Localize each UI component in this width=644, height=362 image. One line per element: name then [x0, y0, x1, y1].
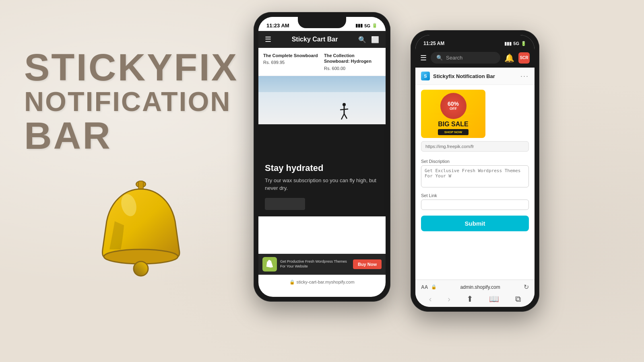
link-label: Set Link [421, 193, 529, 198]
phone1-content: Stay hydrated Try our wax subscription s… [258, 156, 386, 216]
battery-icon: 🔋 [372, 23, 378, 28]
sale-percent: 60% [448, 101, 459, 107]
image-url-input[interactable]: https://img.freepik.com/fr [421, 141, 529, 152]
phone1-time: 11:23 AM [266, 23, 289, 29]
title-line3: BAR [24, 117, 258, 155]
phone2-search-icon: 🔍 [436, 55, 443, 61]
phone2-signal-type: 5G [513, 41, 519, 46]
title-line2: NOTIFICATION [24, 86, 258, 117]
shopify-icon [262, 257, 277, 272]
link-input[interactable] [421, 200, 529, 210]
svg-line-9 [344, 114, 347, 119]
notification-bell-icon[interactable]: 🔔 [504, 53, 514, 63]
navbar-icons: 🔍 ⬜ [358, 36, 379, 43]
sale-circle: 60% OFF [440, 93, 466, 119]
buy-now-button[interactable]: Buy Now [353, 259, 382, 269]
bell-icon [89, 169, 201, 290]
sale-badge: 60% OFF BIG SALE SHOP NOW [438, 93, 469, 135]
notif-text: Get Productive Fresh Wordpress Themes Fo… [280, 259, 350, 269]
browser-lock-icon: 🔒 [431, 284, 437, 290]
content-text: Try our wax subscription so you can fly … [265, 177, 379, 192]
browser-nav-row: ‹ › ⬆ 📖 ⧉ [421, 294, 529, 304]
big-sale-text: BIG SALE [438, 121, 469, 128]
search-placeholder-text: Search [446, 55, 462, 61]
browser-aa-button[interactable]: AA [421, 284, 428, 290]
hamburger-icon[interactable]: ☰ [265, 35, 271, 44]
product-price-2: Rs. 600.00 [324, 66, 381, 71]
slope-background [258, 92, 386, 124]
submit-button[interactable]: Submit [421, 216, 529, 231]
phone2-time: 11:25 AM [423, 41, 444, 46]
sale-off-text: OFF [450, 107, 457, 111]
plugin-header: S Stickyfix Notification Bar ··· [415, 68, 535, 85]
phone2-battery-icon: 🔋 [521, 41, 526, 46]
phone1-products: The Complete Snowboard Rs. 699.95 The Co… [258, 48, 386, 76]
phone2-hamburger-icon[interactable]: ☰ [420, 53, 427, 62]
phone1-notch [298, 17, 346, 28]
signal-type: 5G [364, 23, 370, 28]
phone1-screen: 11:23 AM ▮▮▮ 5G 🔋 ☰ Sticky Cart Bar 🔍 ⬜ … [258, 17, 386, 297]
product-name-1: The Complete Snowboard [263, 53, 320, 58]
shop-now-button[interactable]: SHOP NOW [438, 129, 469, 135]
sale-image: 60% OFF BIG SALE SHOP NOW [421, 90, 485, 138]
lock-icon: 🔒 [289, 280, 295, 284]
product-item-2[interactable]: The Collection Snowboard: Hydrogen Rs. 6… [324, 53, 381, 71]
product-name-2: The Collection Snowboard: Hydrogen [324, 53, 381, 64]
left-section: STICKYFIX NOTIFICATION BAR [24, 48, 258, 155]
phone1-signal: ▮▮▮ 5G 🔋 [355, 23, 378, 28]
phone2-signal: ▮▮▮ 5G 🔋 [504, 41, 526, 46]
browser-tabs-icon[interactable]: ⧉ [515, 294, 521, 304]
plugin-name-text: Stickyfix Notification Bar [433, 73, 495, 79]
navbar-title: Sticky Cart Bar [292, 36, 338, 43]
title-line1: STICKYFIX [24, 48, 258, 86]
signal-bars-icon: ▮▮▮ [355, 23, 363, 28]
plugin-options-icon[interactable]: ··· [520, 72, 529, 80]
phone1-hero-image [258, 76, 386, 156]
browser-forward-button[interactable]: › [448, 294, 450, 304]
phone1-url-bar: 🔒 sticky-cart-bar.myshopify.com [258, 280, 386, 285]
svg-point-3 [134, 261, 148, 276]
product-price-1: Rs. 699.95 [263, 60, 320, 65]
browser-bookmarks-icon[interactable]: 📖 [489, 294, 499, 304]
user-avatar[interactable]: SCR [518, 52, 530, 64]
search-bar[interactable]: 🔍 Search [431, 52, 500, 64]
phone2-search-row: ☰ 🔍 Search 🔔 SCR [415, 49, 535, 68]
phone2: 11:25 AM ▮▮▮ 5G 🔋 ☰ 🔍 Search 🔔 SCR S [411, 30, 539, 312]
plugin-name-row: S Stickyfix Notification Bar [421, 72, 495, 80]
phone2-form: Set Discription Set Link Submit [415, 152, 535, 231]
search-icon[interactable]: 🔍 [358, 36, 366, 43]
browser-url-row: AA 🔒 admin.shopify.com ↻ [421, 283, 529, 291]
content-heading: Stay hydrated [265, 163, 379, 173]
description-label: Set Discription [421, 159, 529, 164]
phone1: 11:23 AM ▮▮▮ 5G 🔋 ☰ Sticky Cart Bar 🔍 ⬜ … [254, 12, 390, 302]
phone2-browser-bar: AA 🔒 admin.shopify.com ↻ ‹ › ⬆ 📖 ⧉ [415, 280, 535, 307]
browser-share-icon[interactable]: ⬆ [466, 294, 473, 304]
phone2-signal-bars: ▮▮▮ [504, 41, 512, 46]
browser-back-button[interactable]: ‹ [429, 294, 432, 304]
phone1-navbar: ☰ Sticky Cart Bar 🔍 ⬜ [258, 31, 386, 48]
phone1-notification-bar[interactable]: Get Productive Fresh Wordpress Themes Fo… [258, 254, 386, 275]
avatar-letters: SCR [520, 56, 528, 60]
svg-point-5 [343, 103, 346, 106]
cart-icon[interactable]: ⬜ [371, 36, 379, 43]
browser-refresh-icon[interactable]: ↻ [524, 283, 529, 291]
plugin-icon-symbol: S [424, 74, 427, 78]
svg-line-8 [341, 114, 344, 119]
browser-url-text[interactable]: admin.shopify.com [440, 284, 520, 290]
description-textarea[interactable] [421, 165, 529, 187]
phone2-screen: 11:25 AM ▮▮▮ 5G 🔋 ☰ 🔍 Search 🔔 SCR S [415, 35, 535, 307]
product-item-1[interactable]: The Complete Snowboard Rs. 699.95 [263, 53, 320, 71]
phone2-status-bar: 11:25 AM ▮▮▮ 5G 🔋 [415, 35, 535, 49]
plugin-icon: S [421, 72, 430, 80]
url-text: sticky-cart-bar.myshopify.com [297, 280, 355, 284]
svg-line-7 [340, 109, 348, 110]
